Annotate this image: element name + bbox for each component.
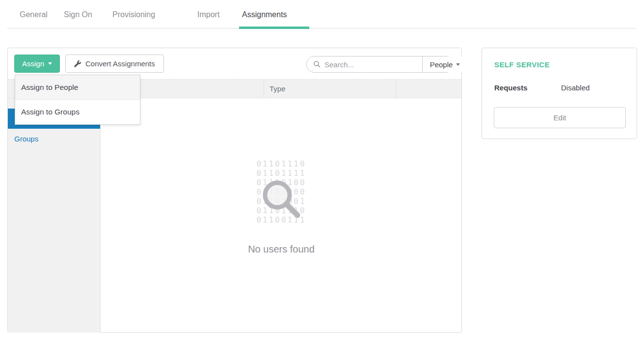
- wrench-icon: [74, 60, 81, 67]
- tab-provisioning[interactable]: Provisioning: [112, 10, 155, 19]
- caret-down-icon: [48, 62, 52, 65]
- tab-assignments[interactable]: Assignments: [242, 10, 287, 19]
- magnifier-icon: [259, 176, 304, 224]
- menu-item-assign-to-people[interactable]: Assign to People: [15, 75, 140, 100]
- edit-button[interactable]: Edit: [494, 107, 626, 128]
- filter-sidebar: Groups: [8, 98, 101, 333]
- assignments-table-body: 01101110 01101111 01110100 01101000 0110…: [101, 98, 461, 332]
- empty-state-message: No users found: [101, 244, 461, 255]
- column-divider: [396, 80, 396, 98]
- column-divider: [264, 80, 264, 98]
- menu-item-assign-to-groups[interactable]: Assign to Groups: [15, 100, 140, 124]
- binary-row: 01101110: [101, 159, 461, 168]
- sidebar-item-groups[interactable]: Groups: [8, 129, 100, 149]
- convert-assignments-button[interactable]: Convert Assignments: [65, 55, 164, 73]
- assign-dropdown-menu: Assign to People Assign to Groups: [15, 75, 140, 125]
- active-tab-underline: [239, 27, 309, 29]
- requests-status-value: Disabled: [561, 84, 590, 92]
- tab-sign-on[interactable]: Sign On: [64, 10, 92, 19]
- sidebar-item-label: Groups: [14, 135, 38, 143]
- tab-bar-divider: [7, 28, 637, 28]
- search-scope-dropdown[interactable]: People: [422, 56, 467, 72]
- tab-import[interactable]: Import: [197, 10, 219, 19]
- assign-button[interactable]: Assign: [14, 55, 60, 73]
- search-box: [307, 56, 422, 72]
- magnifier-icon: [313, 60, 321, 68]
- search-input[interactable]: [324, 60, 422, 69]
- assign-button-label: Assign: [22, 59, 44, 68]
- app-assignments-screen: General Sign On Provisioning Import Assi…: [0, 0, 644, 337]
- tab-general[interactable]: General: [20, 10, 48, 19]
- search-group: People: [306, 56, 455, 73]
- search-scope-label: People: [430, 60, 453, 69]
- requests-label: Requests: [494, 84, 528, 92]
- convert-assignments-label: Convert Assignments: [85, 59, 155, 68]
- column-header-type: Type: [269, 80, 286, 98]
- self-service-heading: SELF SERVICE: [494, 60, 550, 69]
- self-service-panel: SELF SERVICE Requests Disabled Edit: [482, 48, 637, 139]
- caret-down-icon: [456, 63, 460, 66]
- tab-bar: General Sign On Provisioning Import Assi…: [0, 0, 644, 30]
